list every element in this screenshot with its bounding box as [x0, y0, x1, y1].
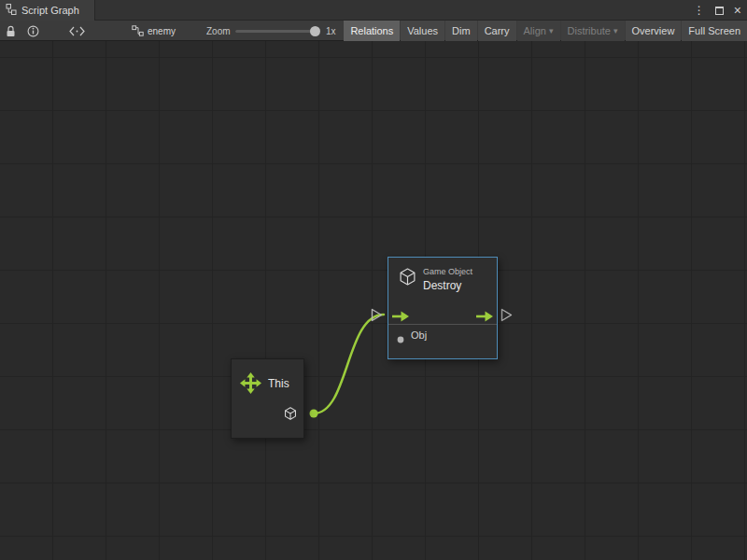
script-graph-icon: [6, 2, 17, 19]
distribute-dropdown[interactable]: Distribute▾: [561, 21, 625, 41]
chevron-down-icon: ▾: [549, 21, 554, 41]
maximize-icon[interactable]: [715, 7, 724, 15]
more-menu-icon[interactable]: ⋮: [694, 5, 705, 16]
zoom-value: 1x: [326, 21, 336, 41]
this-output-port: [310, 410, 318, 418]
window-controls: ⋮ ×: [694, 0, 741, 21]
node-this[interactable]: This: [231, 358, 304, 439]
info-icon[interactable]: [27, 21, 39, 41]
zoom-slider-fill: [235, 30, 314, 33]
carry-button[interactable]: Carry: [478, 21, 516, 41]
wires-layer: [0, 41, 747, 560]
relations-button[interactable]: Relations: [344, 21, 400, 41]
graph-toolbar: enemy Zoom 1x Relations Values Dim Carry…: [0, 21, 747, 41]
lock-icon[interactable]: [6, 21, 16, 41]
fullscreen-button[interactable]: Full Screen: [682, 21, 747, 41]
toolbar-buttons: Relations Values Dim Carry Align▾ Distri…: [343, 21, 747, 41]
graph-name[interactable]: enemy: [148, 21, 176, 41]
overview-button[interactable]: Overview: [626, 21, 682, 41]
script-graph-window: Script Graph ⋮ ×: [0, 0, 747, 560]
close-icon[interactable]: ×: [734, 4, 741, 17]
graph-icon: [132, 21, 144, 41]
obj-port-label: Obj: [411, 329, 427, 341]
node-title: This: [268, 377, 289, 390]
zoom-label: Zoom: [206, 21, 231, 41]
node-destroy[interactable]: Game Object Destroy Obj: [388, 257, 498, 359]
control-output-port[interactable]: [500, 308, 513, 326]
obj-input-port[interactable]: [396, 331, 405, 348]
node-title: Destroy: [423, 279, 461, 292]
values-button[interactable]: Values: [401, 21, 444, 41]
tab-script-graph[interactable]: Script Graph: [0, 0, 95, 21]
title-bar: Script Graph ⋮ ×: [0, 0, 747, 21]
zoom-slider-knob[interactable]: [310, 26, 320, 36]
chevron-down-icon: ▾: [613, 21, 618, 41]
dim-button[interactable]: Dim: [445, 21, 477, 41]
code-icon[interactable]: [69, 21, 85, 41]
tab-label: Script Graph: [21, 5, 79, 16]
control-input-port[interactable]: [371, 308, 383, 326]
align-dropdown[interactable]: Align▾: [517, 21, 560, 41]
node-divider: [388, 324, 497, 325]
connection-this-to-destroy[interactable]: [310, 315, 385, 418]
game-object-cube-icon: [284, 407, 297, 424]
node-category: Game Object: [423, 267, 472, 276]
game-object-cube-icon: [399, 268, 416, 289]
zoom-slider[interactable]: [235, 30, 319, 33]
this-move-icon: [240, 372, 261, 398]
graph-canvas[interactable]: Game Object Destroy Obj: [0, 41, 747, 560]
